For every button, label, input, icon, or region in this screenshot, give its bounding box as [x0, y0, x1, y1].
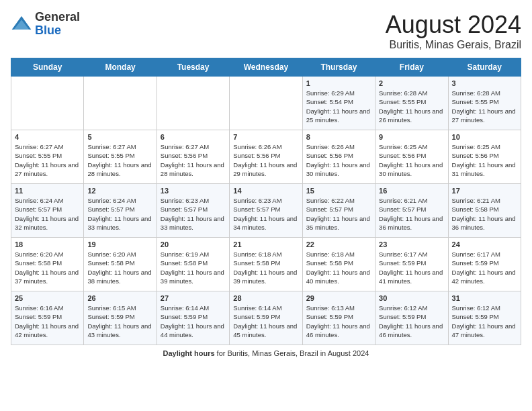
- calendar-cell: 26Sunrise: 6:15 AM Sunset: 5:59 PM Dayli…: [84, 291, 157, 345]
- day-number: 10: [452, 133, 517, 141]
- calendar-week-row: 4Sunrise: 6:27 AM Sunset: 5:55 PM Daylig…: [11, 130, 521, 184]
- day-info: Sunrise: 6:25 AM Sunset: 5:56 PM Dayligh…: [379, 142, 444, 178]
- calendar-cell: 6Sunrise: 6:27 AM Sunset: 5:56 PM Daylig…: [157, 130, 229, 184]
- calendar-week-row: 18Sunrise: 6:20 AM Sunset: 5:58 PM Dayli…: [11, 238, 521, 291]
- calendar-week-row: 1Sunrise: 6:29 AM Sunset: 5:54 PM Daylig…: [11, 77, 521, 130]
- day-info: Sunrise: 6:24 AM Sunset: 5:57 PM Dayligh…: [15, 196, 80, 232]
- day-info: Sunrise: 6:21 AM Sunset: 5:57 PM Dayligh…: [379, 196, 444, 232]
- day-number: 30: [379, 294, 444, 302]
- day-info: Sunrise: 6:22 AM Sunset: 5:57 PM Dayligh…: [306, 196, 371, 232]
- day-number: 20: [161, 240, 226, 248]
- calendar-cell: 30Sunrise: 6:12 AM Sunset: 5:59 PM Dayli…: [375, 291, 448, 345]
- day-info: Sunrise: 6:13 AM Sunset: 5:59 PM Dayligh…: [306, 304, 371, 339]
- calendar-cell: 9Sunrise: 6:25 AM Sunset: 5:56 PM Daylig…: [375, 130, 448, 184]
- day-info: Sunrise: 6:20 AM Sunset: 5:58 PM Dayligh…: [87, 250, 152, 285]
- calendar-cell: 21Sunrise: 6:18 AM Sunset: 5:58 PM Dayli…: [230, 238, 302, 291]
- day-info: Sunrise: 6:26 AM Sunset: 5:56 PM Dayligh…: [306, 142, 371, 178]
- footer-description: for Buritis, Minas Gerais, Brazil in Aug…: [215, 349, 369, 357]
- day-info: Sunrise: 6:14 AM Sunset: 5:59 PM Dayligh…: [233, 304, 298, 339]
- calendar-week-row: 25Sunrise: 6:16 AM Sunset: 5:59 PM Dayli…: [11, 291, 521, 345]
- day-info: Sunrise: 6:24 AM Sunset: 5:57 PM Dayligh…: [87, 196, 152, 232]
- calendar-cell: 19Sunrise: 6:20 AM Sunset: 5:58 PM Dayli…: [84, 238, 157, 291]
- day-number: 24: [452, 240, 517, 248]
- calendar-cell: 16Sunrise: 6:21 AM Sunset: 5:57 PM Dayli…: [375, 184, 448, 238]
- calendar-cell: 5Sunrise: 6:27 AM Sunset: 5:55 PM Daylig…: [84, 130, 157, 184]
- day-number: 17: [452, 187, 517, 195]
- page-title: August 2024: [386, 11, 521, 39]
- logo-icon: [11, 13, 32, 35]
- day-number: 27: [161, 294, 226, 302]
- calendar-cell: 3Sunrise: 6:28 AM Sunset: 5:55 PM Daylig…: [448, 77, 521, 130]
- calendar-cell: 18Sunrise: 6:20 AM Sunset: 5:58 PM Dayli…: [11, 238, 84, 291]
- day-number: 9: [379, 133, 444, 141]
- calendar-cell: [157, 77, 229, 130]
- day-info: Sunrise: 6:17 AM Sunset: 5:59 PM Dayligh…: [379, 250, 444, 285]
- day-number: 6: [161, 133, 226, 141]
- day-number: 2: [379, 79, 444, 87]
- calendar-footer: Daylight hours for Buritis, Minas Gerais…: [11, 349, 521, 357]
- day-info: Sunrise: 6:29 AM Sunset: 5:54 PM Dayligh…: [306, 89, 371, 124]
- day-info: Sunrise: 6:23 AM Sunset: 5:57 PM Dayligh…: [161, 196, 226, 232]
- day-number: 8: [306, 133, 371, 141]
- calendar-cell: 7Sunrise: 6:26 AM Sunset: 5:56 PM Daylig…: [230, 130, 302, 184]
- day-info: Sunrise: 6:19 AM Sunset: 5:58 PM Dayligh…: [161, 250, 226, 285]
- day-number: 1: [306, 79, 371, 87]
- day-number: 18: [15, 240, 80, 248]
- day-number: 14: [233, 187, 298, 195]
- calendar-cell: 4Sunrise: 6:27 AM Sunset: 5:55 PM Daylig…: [11, 130, 84, 184]
- day-number: 11: [15, 187, 80, 195]
- calendar-cell: 2Sunrise: 6:28 AM Sunset: 5:55 PM Daylig…: [375, 77, 448, 130]
- calendar-cell: [11, 77, 84, 130]
- day-of-week-header: Thursday: [302, 58, 375, 77]
- calendar-cell: 15Sunrise: 6:22 AM Sunset: 5:57 PM Dayli…: [302, 184, 375, 238]
- calendar-cell: 24Sunrise: 6:17 AM Sunset: 5:59 PM Dayli…: [448, 238, 521, 291]
- day-number: 22: [306, 240, 371, 248]
- day-of-week-header: Friday: [375, 58, 448, 77]
- day-number: 19: [87, 240, 152, 248]
- day-info: Sunrise: 6:28 AM Sunset: 5:55 PM Dayligh…: [452, 89, 517, 124]
- day-info: Sunrise: 6:12 AM Sunset: 5:59 PM Dayligh…: [452, 304, 517, 339]
- day-info: Sunrise: 6:16 AM Sunset: 5:59 PM Dayligh…: [15, 304, 80, 339]
- day-number: 7: [233, 133, 298, 141]
- calendar-cell: 22Sunrise: 6:18 AM Sunset: 5:58 PM Dayli…: [302, 238, 375, 291]
- calendar-cell: 29Sunrise: 6:13 AM Sunset: 5:59 PM Dayli…: [302, 291, 375, 345]
- day-number: 26: [87, 294, 152, 302]
- day-number: 23: [379, 240, 444, 248]
- calendar-header-row: SundayMondayTuesdayWednesdayThursdayFrid…: [11, 58, 521, 77]
- day-info: Sunrise: 6:12 AM Sunset: 5:59 PM Dayligh…: [379, 304, 444, 339]
- day-number: 28: [233, 294, 298, 302]
- day-info: Sunrise: 6:20 AM Sunset: 5:58 PM Dayligh…: [15, 250, 80, 285]
- footer-label: Daylight hours: [163, 349, 215, 357]
- calendar-cell: 25Sunrise: 6:16 AM Sunset: 5:59 PM Dayli…: [11, 291, 84, 345]
- day-of-week-header: Saturday: [448, 58, 521, 77]
- day-number: 4: [15, 133, 80, 141]
- day-of-week-header: Monday: [84, 58, 157, 77]
- day-number: 31: [452, 294, 517, 302]
- calendar-cell: 23Sunrise: 6:17 AM Sunset: 5:59 PM Dayli…: [375, 238, 448, 291]
- day-of-week-header: Wednesday: [230, 58, 302, 77]
- day-number: 25: [15, 294, 80, 302]
- calendar-cell: 1Sunrise: 6:29 AM Sunset: 5:54 PM Daylig…: [302, 77, 375, 130]
- day-number: 5: [87, 133, 152, 141]
- title-area: August 2024 Buritis, Minas Gerais, Brazi…: [386, 11, 521, 51]
- day-number: 29: [306, 294, 371, 302]
- calendar-cell: 13Sunrise: 6:23 AM Sunset: 5:57 PM Dayli…: [157, 184, 229, 238]
- day-number: 15: [306, 187, 371, 195]
- day-info: Sunrise: 6:18 AM Sunset: 5:58 PM Dayligh…: [306, 250, 371, 285]
- day-info: Sunrise: 6:23 AM Sunset: 5:57 PM Dayligh…: [233, 196, 298, 232]
- day-number: 16: [379, 187, 444, 195]
- day-of-week-header: Tuesday: [157, 58, 229, 77]
- day-number: 13: [161, 187, 226, 195]
- day-info: Sunrise: 6:17 AM Sunset: 5:59 PM Dayligh…: [452, 250, 517, 285]
- calendar-cell: 27Sunrise: 6:14 AM Sunset: 5:59 PM Dayli…: [157, 291, 229, 345]
- calendar-cell: 17Sunrise: 6:21 AM Sunset: 5:58 PM Dayli…: [448, 184, 521, 238]
- day-info: Sunrise: 6:27 AM Sunset: 5:55 PM Dayligh…: [15, 142, 80, 178]
- calendar-cell: 12Sunrise: 6:24 AM Sunset: 5:57 PM Dayli…: [84, 184, 157, 238]
- day-info: Sunrise: 6:25 AM Sunset: 5:56 PM Dayligh…: [452, 142, 517, 178]
- day-info: Sunrise: 6:15 AM Sunset: 5:59 PM Dayligh…: [87, 304, 152, 339]
- logo: General Blue: [11, 11, 80, 38]
- calendar-table: SundayMondayTuesdayWednesdayThursdayFrid…: [11, 58, 521, 345]
- calendar-cell: 31Sunrise: 6:12 AM Sunset: 5:59 PM Dayli…: [448, 291, 521, 345]
- day-info: Sunrise: 6:26 AM Sunset: 5:56 PM Dayligh…: [233, 142, 298, 178]
- calendar-cell: 28Sunrise: 6:14 AM Sunset: 5:59 PM Dayli…: [230, 291, 302, 345]
